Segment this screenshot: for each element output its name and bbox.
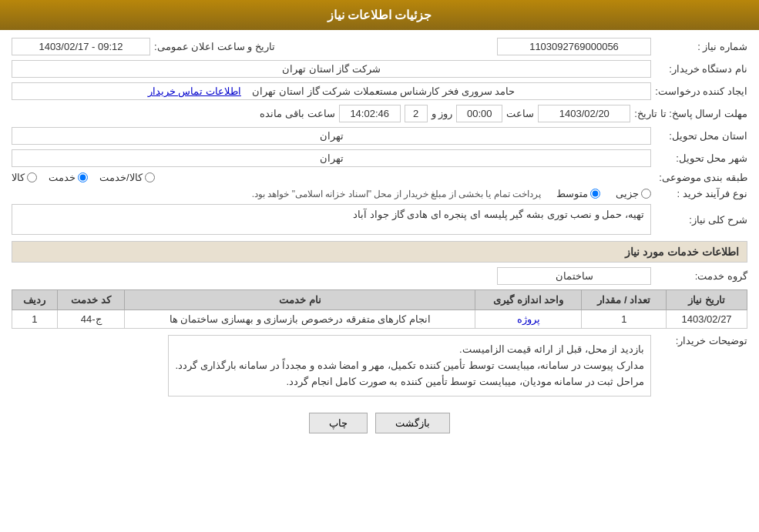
col-kod: کد خدمت [57,290,125,310]
row-mohlat: مهلت ارسال پاسخ: تا تاریخ: 1403/02/20 سا… [12,105,747,122]
row-toseeh: توضیحات خریدار: بازدید از محل، قبل از ار… [12,335,747,401]
row-gerooh: گروه خدمت: ساختمان [12,267,747,285]
tarikh-value: 1403/02/17 - 09:12 [12,38,150,55]
feraiand-label: نوع فرآیند خرید : [655,188,747,199]
shomara-value: 1103092769000056 [497,38,651,55]
toseeh-label: توضیحات خریدار: [655,335,747,346]
ijad-label: ایجاد کننده درخواست: [655,85,747,97]
mohlat-saat-value: 00:00 [456,105,502,122]
radio-kala: کالا [12,172,37,183]
mohlat-date: 1403/02/20 [538,105,630,122]
row-ostan: استان محل تحویل: تهران [12,127,747,145]
cell-radif: 1 [12,310,58,329]
radio-khadamat-label: خدمت [49,172,76,183]
shomara-label: شماره نیاز : [655,41,747,52]
row-feraiand: نوع فرآیند خرید : جزیی متوسط پرداخت تمام… [12,188,747,199]
sharh-label: شرح کلی نیاز: [655,214,747,226]
radio-kala-input[interactable] [27,172,37,182]
mohlat-roz-value: 2 [405,105,428,122]
col-tedad: تعداد / مقدار [582,290,667,310]
tarikh-label: تاریخ و ساعت اعلان عمومی: [154,41,275,52]
nam-dastgah-value: شرکت گاز استان تهران [12,60,651,78]
ostan-value: تهران [12,127,651,145]
table-header-row: تاریخ نیاز تعداد / مقدار واحد اندازه گیر… [12,290,747,310]
mohlat-baghimande-value: 14:02:46 [339,105,401,122]
gerooh-label: گروه خدمت: [655,270,747,282]
mohlat-saat-label: ساعت [506,108,534,119]
radio-jozi-input[interactable] [641,189,651,199]
mohlat-label: مهلت ارسال پاسخ: تا تاریخ: [634,108,747,119]
cell-vahed: پروژه [475,310,582,329]
toseeh-line-3: مراحل ثبت در سامانه مودیان، میبایست توسط… [175,374,644,390]
feraiand-note: پرداخت تمام یا بخشی از مبلغ خریدار از مح… [252,189,541,199]
col-tarikh: تاریخ نیاز [667,290,747,310]
shahr-label: شهر محل تحویل: [655,152,747,164]
cell-kod: ج-44 [57,310,125,329]
radio-kala-khadamat: کالا/خدمت [99,172,155,183]
row-shahr: شهر محل تحویل: تهران [12,149,747,167]
col-vahed: واحد اندازه گیری [475,290,582,310]
radio-khadamat-input[interactable] [78,172,88,182]
toseeh-line-1: بازدید از محل، قبل از ارائه قیمت الزامیس… [175,342,644,358]
radio-motavasset-label: متوسط [556,188,588,199]
cell-tedad: 1 [582,310,667,329]
radio-motavasset: متوسط [556,188,600,199]
col-radif: ردیف [12,290,58,310]
col-nam: نام خدمت [125,290,475,310]
row-sharh: شرح کلی نیاز: تهیه، حمل و نصب توری بشه گ… [12,204,747,235]
radio-jozi-label: جزیی [616,188,639,199]
radio-jozi: جزیی [616,188,651,199]
ostan-label: استان محل تحویل: [655,130,747,142]
radio-kala-label: کالا [12,172,25,183]
feraiand-radio-group: جزیی متوسط پرداخت تمام یا بخشی از مبلغ خ… [12,188,651,199]
row-shomara-tarikh: شماره نیاز : 1103092769000056 تاریخ و سا… [12,38,747,55]
row-ijad: ایجاد کننده درخواست: حامد سروری فخر کارش… [12,82,747,100]
table-row: 1403/02/27 1 پروژه انجام کارهای متفرقه د… [12,310,747,329]
print-button[interactable]: چاپ [309,413,368,433]
button-row: بازگشت چاپ [12,413,747,433]
sharh-value: تهیه، حمل و نصب توری بشه گیر پلیسه ای پن… [12,204,651,235]
gerooh-value: ساختمان [497,267,651,285]
page-container: جزئیات اطلاعات نیاز شماره نیاز : 1103092… [0,0,759,532]
nam-dastgah-label: نام دستگاه خریدار: [655,63,747,75]
toseeh-line-2: مدارک پیوست در سامانه، میبایست توسط تأمی… [175,358,644,374]
content-area: شماره نیاز : 1103092769000056 تاریخ و سا… [0,30,759,449]
page-header: جزئیات اطلاعات نیاز [0,0,759,30]
khadamat-section-title: اطلاعات خدمات مورد نیاز [12,241,747,263]
mohlat-roz-label: روز و [432,108,453,119]
row-tabaghebandi: طبقه بندی موضوعی: کالا/خدمت خدمت کالا [12,172,747,183]
toseeh-content: بازدید از محل، قبل از ارائه قیمت الزامیس… [168,335,651,396]
etelaat-tamas-link[interactable]: اطلاعات تماس خریدار [148,85,241,97]
tabaghebandi-radio-group: کالا/خدمت خدمت کالا [12,172,651,183]
radio-khadamat: خدمت [49,172,88,183]
ijad-text: حامد سروری فخر کارشناس مستعملات شرکت گاز… [252,85,515,97]
shahr-value: تهران [12,149,651,167]
ijad-value: حامد سروری فخر کارشناس مستعملات شرکت گاز… [12,82,651,100]
service-table: تاریخ نیاز تعداد / مقدار واحد اندازه گیر… [12,289,747,329]
back-button[interactable]: بازگشت [375,413,450,433]
mohlat-baghimande-label: ساعت باقی مانده [260,108,334,119]
radio-motavasset-input[interactable] [590,189,600,199]
cell-tarikh: 1403/02/27 [667,310,747,329]
radio-kala-khadamat-label: کالا/خدمت [99,172,143,183]
tabaghebandi-label: طبقه بندی موضوعی: [655,172,747,183]
row-nam-dastgah: نام دستگاه خریدار: شرکت گاز استان تهران [12,60,747,78]
page-title: جزئیات اطلاعات نیاز [327,8,432,22]
cell-nam: انجام کارهای متفرقه درخصوص بازسازی و بهس… [125,310,475,329]
radio-kala-khadamat-input[interactable] [145,172,155,182]
